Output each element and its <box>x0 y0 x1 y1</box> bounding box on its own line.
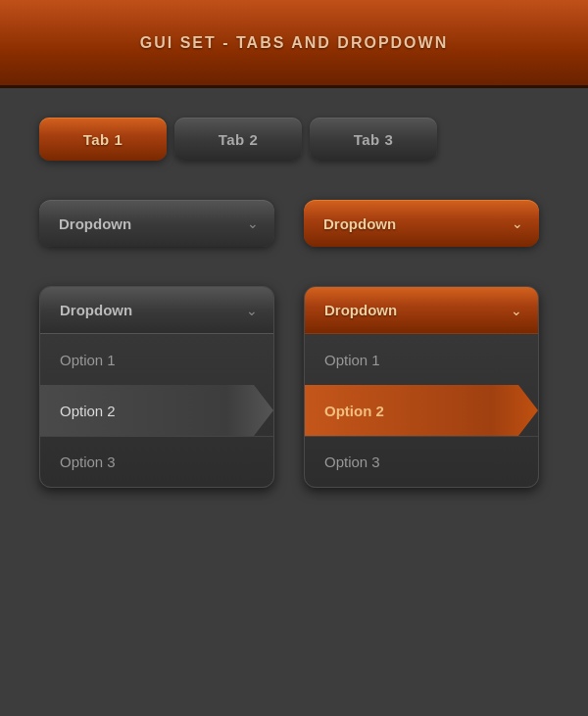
dropdown-dark-closed[interactable]: Dropdown ⌄ <box>39 200 274 247</box>
dropdown-orange-label: Dropdown <box>323 215 396 232</box>
dropdown-dark-open-label: Dropdown <box>60 302 132 318</box>
tab-1[interactable]: Tab 1 <box>39 118 167 161</box>
dropdown-orange-option-1[interactable]: Option 1 <box>305 334 538 385</box>
tab-3[interactable]: Tab 3 <box>310 118 437 161</box>
dropdown-dark-option-2[interactable]: Option 2 <box>40 385 273 436</box>
dropdown-orange-open: Dropdown ⌄ Option 1 Option 2 Option 3 <box>304 286 539 488</box>
tabs-row: Tab 1 Tab 2 Tab 3 <box>39 118 549 161</box>
tab-2[interactable]: Tab 2 <box>174 118 302 161</box>
dropdown-dark-option-1[interactable]: Option 1 <box>40 334 273 385</box>
closed-dropdowns-row: Dropdown ⌄ Dropdown ⌄ <box>39 200 549 247</box>
content-area: Tab 1 Tab 2 Tab 3 Dropdown ⌄ Dropdown ⌄ … <box>0 88 588 716</box>
dropdown-orange-open-label: Dropdown <box>324 302 397 318</box>
open-dropdowns-row: Dropdown ⌄ Option 1 Option 2 Option 3 Dr… <box>39 286 549 488</box>
dropdown-orange-open-header[interactable]: Dropdown ⌄ <box>305 287 538 334</box>
chevron-down-icon: ⌄ <box>512 215 523 231</box>
dropdown-orange-option-3[interactable]: Option 3 <box>305 436 538 487</box>
dropdown-orange-closed[interactable]: Dropdown ⌄ <box>304 200 539 247</box>
header: GUI SET - TABS AND DROPDOWN <box>0 0 588 88</box>
header-title: GUI SET - TABS AND DROPDOWN <box>140 34 448 52</box>
dropdown-dark-open: Dropdown ⌄ Option 1 Option 2 Option 3 <box>39 286 274 488</box>
dropdown-orange-option-2[interactable]: Option 2 <box>305 385 538 436</box>
chevron-down-icon: ⌄ <box>247 215 259 231</box>
chevron-down-icon: ⌄ <box>511 303 522 318</box>
chevron-down-icon: ⌄ <box>246 303 258 318</box>
dropdown-dark-option-3[interactable]: Option 3 <box>40 436 273 487</box>
dropdown-dark-open-header[interactable]: Dropdown ⌄ <box>40 287 273 334</box>
dropdown-dark-label: Dropdown <box>59 215 131 232</box>
